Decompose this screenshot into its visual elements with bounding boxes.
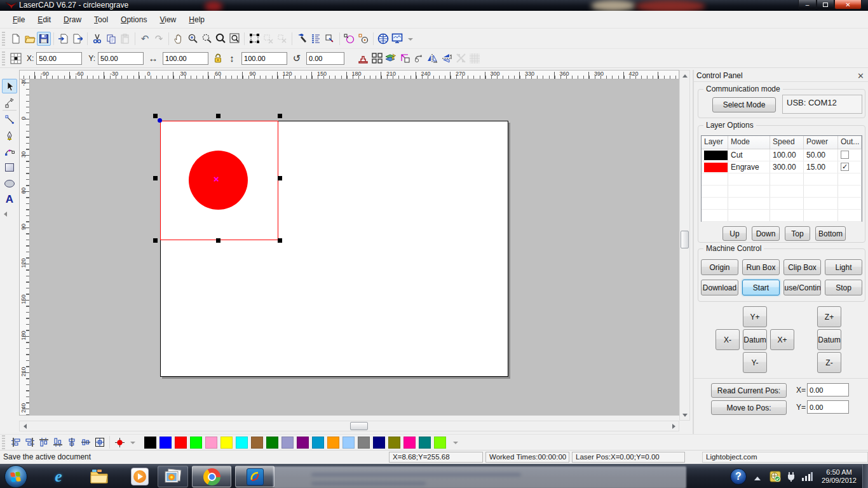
- align-left-icon[interactable]: [9, 435, 23, 449]
- layer-power-cell[interactable]: 50.00: [804, 149, 838, 161]
- palette-color-9[interactable]: [266, 437, 278, 449]
- output-order-icon[interactable]: [309, 32, 323, 46]
- palette-color-11[interactable]: [297, 437, 309, 449]
- selection-handle-se[interactable]: [278, 238, 282, 243]
- layer-color-cell[interactable]: [702, 161, 728, 173]
- center-vertical-icon[interactable]: [79, 435, 93, 449]
- palette-color-4[interactable]: [190, 437, 202, 449]
- center-in-page-icon[interactable]: [93, 435, 107, 449]
- show-desktop-button[interactable]: [862, 464, 868, 488]
- menu-tool[interactable]: Tool: [88, 13, 114, 27]
- selection-handle-e[interactable]: [278, 176, 282, 180]
- scroll-right-icon[interactable]: [669, 421, 679, 431]
- run-box-button[interactable]: Run Box: [742, 259, 780, 275]
- anchor-grid-icon[interactable]: [9, 51, 23, 65]
- cut-icon[interactable]: [90, 32, 104, 46]
- output-checkbox[interactable]: ✓: [841, 163, 849, 171]
- mirror-vertical-icon[interactable]: [440, 51, 454, 65]
- palette-color-7[interactable]: [236, 437, 248, 449]
- clip-box-button[interactable]: Clip Box: [783, 259, 821, 275]
- redo-icon[interactable]: ↷: [152, 32, 166, 46]
- download-button[interactable]: Download: [701, 280, 738, 295]
- start-button[interactable]: [4, 465, 27, 488]
- collapse-palette-icon[interactable]: [1, 212, 7, 217]
- palette-color-1[interactable]: [144, 437, 156, 449]
- stop-button[interactable]: Stop: [825, 280, 862, 295]
- palette-color-13[interactable]: [327, 437, 339, 449]
- read-current-pos-button[interactable]: Read Current Pos:: [711, 383, 787, 398]
- palette-color-6[interactable]: [220, 437, 233, 449]
- down-button[interactable]: Down: [752, 226, 780, 241]
- scroll-up-icon[interactable]: [680, 71, 689, 80]
- layer-speed-cell[interactable]: 300.00: [770, 161, 804, 173]
- power-plug-icon[interactable]: [786, 471, 796, 482]
- xy-datum-button[interactable]: Datum: [743, 329, 767, 350]
- horizontal-scroll-thumb[interactable]: [350, 422, 368, 430]
- palette-color-10[interactable]: [281, 437, 294, 449]
- vertical-scroll-thumb[interactable]: [681, 231, 689, 248]
- select-all-icon[interactable]: [247, 32, 261, 46]
- bottom-button[interactable]: Bottom: [815, 226, 846, 241]
- node-circle-icon[interactable]: [342, 32, 356, 46]
- show-hidden-icons[interactable]: [754, 473, 761, 480]
- pen-tool[interactable]: [2, 128, 17, 143]
- pause-continue-button[interactable]: Pause/Continue: [783, 280, 821, 295]
- menu-file[interactable]: File: [6, 13, 31, 27]
- menu-options[interactable]: Options: [114, 13, 153, 27]
- taskbar-lasercad[interactable]: [235, 466, 275, 487]
- update-globe-icon[interactable]: [770, 471, 781, 482]
- help-icon[interactable]: ?: [730, 468, 747, 485]
- align-top-icon[interactable]: [37, 435, 51, 449]
- selection-rect[interactable]: [160, 121, 278, 240]
- selection-handle-w[interactable]: [153, 176, 158, 180]
- panel-close-icon[interactable]: ✕: [857, 71, 864, 81]
- x-plus-button[interactable]: X+: [770, 329, 794, 350]
- new-document-icon[interactable]: [9, 32, 23, 46]
- rotate-node-icon[interactable]: [356, 32, 370, 46]
- export-file-icon[interactable]: [71, 32, 85, 46]
- selection-handle-ne[interactable]: [278, 114, 282, 118]
- palette-overflow-icon[interactable]: [453, 442, 458, 447]
- taskbar-chrome[interactable]: [192, 466, 231, 487]
- horizontal-scrollbar[interactable]: [19, 421, 679, 431]
- import-file-icon[interactable]: [57, 32, 71, 46]
- height-input[interactable]: [241, 52, 287, 65]
- vertical-scrollbar[interactable]: [679, 70, 690, 421]
- toolbar-grip[interactable]: [2, 32, 5, 46]
- weld-icon[interactable]: [356, 51, 370, 65]
- node-edit-tool[interactable]: [2, 95, 17, 110]
- taskbar-media-player[interactable]: [121, 466, 159, 487]
- laser-position-icon[interactable]: [112, 435, 126, 449]
- select-tool[interactable]: [2, 79, 17, 93]
- pos-x-input[interactable]: [807, 383, 849, 396]
- bezier-tool[interactable]: [2, 144, 17, 159]
- pan-hand-icon[interactable]: [172, 32, 186, 46]
- scale-disabled-icon[interactable]: [454, 51, 468, 65]
- zoom-objects-icon[interactable]: [214, 32, 227, 46]
- menu-draw[interactable]: Draw: [57, 13, 88, 27]
- copy-icon[interactable]: [104, 32, 118, 46]
- line-tool[interactable]: [2, 112, 17, 127]
- toolbar-grip[interactable]: [2, 435, 5, 449]
- move-to-pos-button[interactable]: Move to Pos:: [711, 400, 787, 415]
- zoom-dynamic-icon[interactable]: [200, 32, 214, 46]
- origin-button[interactable]: Origin: [701, 259, 738, 275]
- y-minus-button[interactable]: Y-: [743, 352, 767, 373]
- palette-color-15[interactable]: [358, 437, 370, 449]
- close-button[interactable]: ✕: [834, 0, 862, 10]
- start-button[interactable]: Start: [742, 280, 780, 295]
- z-plus-button[interactable]: Z+: [817, 306, 841, 327]
- selection-handle-s[interactable]: [216, 238, 220, 243]
- zoom-in-icon[interactable]: [186, 32, 200, 46]
- layer-power-cell[interactable]: 15.00: [804, 161, 838, 173]
- palette-color-17[interactable]: [388, 437, 400, 449]
- palette-color-12[interactable]: [312, 437, 324, 449]
- simulate-icon[interactable]: [295, 32, 309, 46]
- selection-handle-n[interactable]: [216, 114, 220, 118]
- width-input[interactable]: [163, 52, 208, 65]
- save-icon[interactable]: [37, 32, 51, 46]
- invert-select-icon[interactable]: [275, 32, 289, 46]
- taskbar-internet-explorer[interactable]: e: [39, 466, 78, 487]
- pick-object-icon[interactable]: [323, 32, 337, 46]
- palette-color-5[interactable]: [205, 437, 217, 449]
